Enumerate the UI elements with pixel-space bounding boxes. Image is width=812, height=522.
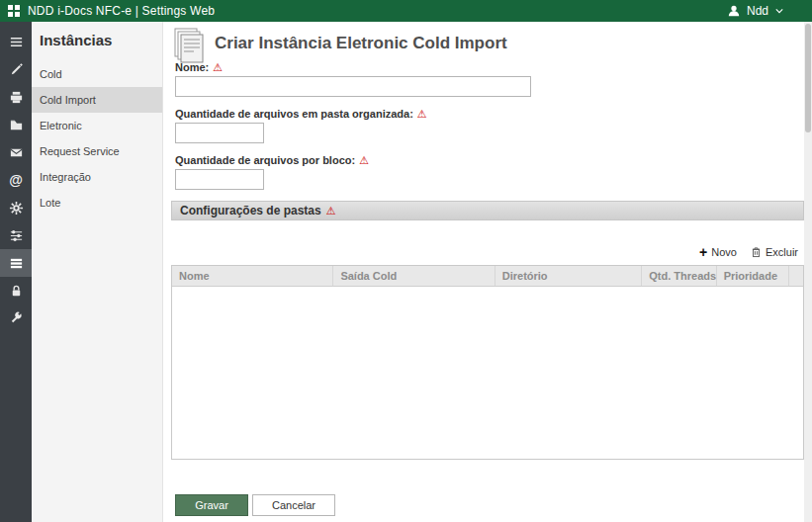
main-content: Criar Instância Eletronic Cold Import No… <box>163 22 804 522</box>
col-actions <box>789 266 803 286</box>
configuracoes-pastas-header: Configurações de pastas ⚠ <box>171 201 804 220</box>
warning-icon: ⚠ <box>359 155 369 166</box>
sidebar-item-integracao[interactable]: Integração <box>32 164 162 190</box>
col-diretorio: Diretório <box>496 266 643 286</box>
excluir-button[interactable]: Excluir <box>751 246 798 258</box>
grid-toolbar: + Novo Excluir <box>699 245 798 259</box>
page-title: Criar Instância Eletronic Cold Import <box>215 34 507 53</box>
qtd-pasta-organizada-label: Quantidade de arquivos em pasta organiza… <box>175 108 427 120</box>
topbar: NDD i-Docs NFC-e | Settings Web Ndd <box>0 0 812 22</box>
warning-icon: ⚠ <box>417 109 427 120</box>
folders-table-body-empty <box>172 287 803 460</box>
rail-mail-icon[interactable] <box>0 138 32 166</box>
sidebar-title: Instâncias <box>32 22 162 61</box>
rail-settings-gear-icon[interactable] <box>0 194 32 221</box>
rail-design-icon[interactable] <box>0 55 32 83</box>
vertical-scrollbar[interactable] <box>804 22 812 522</box>
cancelar-button[interactable]: Cancelar <box>252 494 335 516</box>
rail-instances-list-icon[interactable] <box>0 249 32 277</box>
qtd-por-bloco-label: Quantidade de arquivos por bloco: ⚠ <box>175 154 369 166</box>
app-title: NDD i-Docs NFC-e | Settings Web <box>28 4 215 18</box>
chevron-down-icon <box>774 7 784 15</box>
sidebar-item-eletronic[interactable]: Eletronic <box>32 113 162 138</box>
qtd-pasta-organizada-input[interactable] <box>175 123 264 143</box>
user-menu[interactable]: Ndd <box>727 4 784 18</box>
nome-input[interactable] <box>175 76 531 97</box>
sidebar-item-lote[interactable]: Lote <box>32 190 162 216</box>
rail-preferences-sliders-icon[interactable] <box>0 221 32 249</box>
rail-folders-icon[interactable] <box>0 111 32 138</box>
user-icon <box>727 4 741 18</box>
warning-icon: ⚠ <box>326 206 336 217</box>
ndd-logo-icon <box>8 5 20 17</box>
qtd-por-bloco-input[interactable] <box>175 169 264 190</box>
col-nome: Nome <box>172 266 333 286</box>
col-qtd-threads: Qtd. Threads <box>642 266 716 286</box>
novo-button[interactable]: + Novo <box>699 245 737 259</box>
warning-icon: ⚠ <box>213 62 223 73</box>
nome-label: Nome: ⚠ <box>175 61 223 73</box>
col-prioridade: Prioridade <box>717 266 789 286</box>
sidebar-item-cold[interactable]: Cold <box>32 61 162 87</box>
app-window: NDD i-Docs NFC-e | Settings Web Ndd <box>0 0 812 522</box>
trash-icon <box>751 246 762 258</box>
sidebar-item-cold-import[interactable]: Cold Import <box>32 87 162 113</box>
sidebar-item-request-service[interactable]: Request Service <box>32 138 162 164</box>
rail-printer-icon[interactable] <box>0 83 32 111</box>
plus-icon: + <box>699 245 707 259</box>
gravar-button[interactable]: Gravar <box>175 494 248 516</box>
icon-rail: @ <box>0 22 32 522</box>
col-saida-cold: Saída Cold <box>333 266 495 286</box>
scrollbar-thumb[interactable] <box>805 24 811 132</box>
rail-tools-wrench-icon[interactable] <box>0 304 32 332</box>
rail-email-at-icon[interactable]: @ <box>0 166 32 194</box>
sidebar-instancias: Instâncias Cold Cold Import Eletronic Re… <box>32 22 163 522</box>
user-name: Ndd <box>747 4 768 18</box>
rail-menu-icon[interactable] <box>0 28 32 55</box>
rail-security-lock-icon[interactable] <box>0 277 32 304</box>
folders-table: Nome Saída Cold Diretório Qtd. Threads P… <box>171 265 804 460</box>
folders-table-header: Nome Saída Cold Diretório Qtd. Threads P… <box>172 266 803 287</box>
